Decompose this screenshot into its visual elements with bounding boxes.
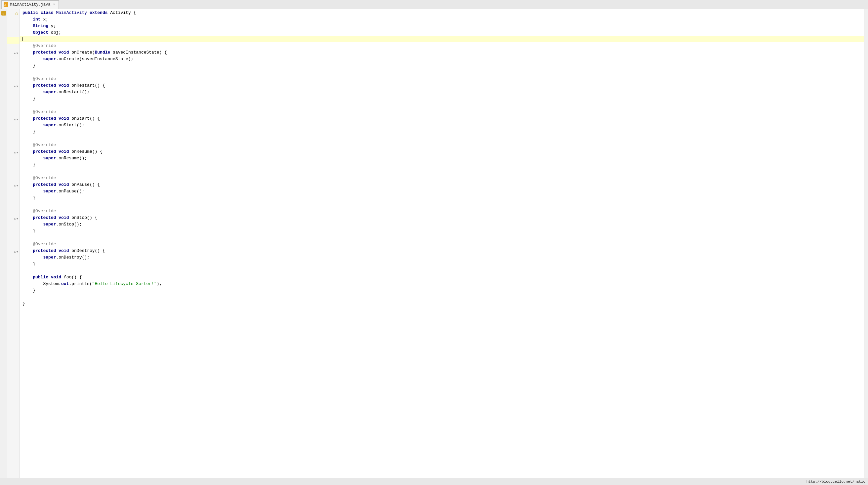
code-line-3: String y; xyxy=(20,23,864,29)
sidebar-icon-1[interactable]: ☆ xyxy=(1,10,6,16)
gutter-row-3 xyxy=(7,24,20,30)
gutter-row-37: ▲ ▼ xyxy=(7,249,20,255)
annotation-override-5: @Override xyxy=(33,175,56,181)
keyword-public-foo: public xyxy=(33,275,48,280)
java-file-icon: J xyxy=(4,2,8,7)
keyword-super-4: super xyxy=(43,156,56,161)
gutter-row-22: ▲ ▼ xyxy=(7,150,20,156)
gutter-row-27: ▲ ▼ xyxy=(7,183,20,189)
keyword-protected-2: protected xyxy=(33,83,56,88)
code-line-5 xyxy=(20,36,864,42)
gutter-up-arrow-32[interactable]: ▲ xyxy=(14,217,16,221)
keyword-public: public xyxy=(23,10,38,15)
code-line-35 xyxy=(20,234,864,241)
classname-mainactivity: MainActivity xyxy=(56,10,87,15)
code-editor[interactable]: public class MainActivity extends Activi… xyxy=(20,9,864,478)
bookmark-icon: ☆ xyxy=(1,11,6,15)
gutter-row-11 xyxy=(7,77,20,83)
annotation-override-4: @Override xyxy=(33,142,56,148)
keyword-out: out xyxy=(61,281,69,286)
keyword-int: int xyxy=(33,17,40,22)
keyword-super-5: super xyxy=(43,189,56,194)
annotation-override-7: @Override xyxy=(33,242,56,247)
code-line-7: protected void onCreate( Bundle savedIns… xyxy=(20,49,864,56)
tab-close-button[interactable]: × xyxy=(52,3,56,7)
gutter-row-18 xyxy=(7,123,20,130)
code-line-8: super .onCreate(savedInstanceState); xyxy=(20,56,864,62)
gutter-down-arrow-17[interactable]: ▼ xyxy=(17,118,18,121)
gutter-row-8 xyxy=(7,57,20,63)
code-line-12: protected void onRestart() { xyxy=(20,82,864,89)
right-scrollbar[interactable] xyxy=(864,9,868,478)
code-line-4: Object obj; xyxy=(20,29,864,36)
gutter-row-14 xyxy=(7,97,20,103)
gutter-row-12: ▲ ▼ xyxy=(7,83,20,90)
code-line-42: System. out .println( "Hello Lifecycle S… xyxy=(20,280,864,287)
code-line-19: } xyxy=(20,128,864,135)
code-line-36: @Override xyxy=(20,241,864,247)
svg-text:☆: ☆ xyxy=(2,12,4,15)
gutter-row-9 xyxy=(7,63,20,70)
gutter-up-arrow-22[interactable]: ▲ xyxy=(14,151,16,154)
keyword-protected-3: protected xyxy=(33,116,56,121)
file-tab[interactable]: J MainActivity.java × xyxy=(1,0,59,9)
keyword-void-foo: void xyxy=(51,275,61,280)
gutter-row-15 xyxy=(7,103,20,110)
gutter-row-31 xyxy=(7,209,20,216)
keyword-super-6: super xyxy=(43,222,56,227)
string-hello: "Hello Lifecycle Sorter!" xyxy=(92,281,157,286)
keyword-super-3: super xyxy=(43,123,56,128)
keyword-void-2: void xyxy=(59,83,69,88)
code-line-45: } xyxy=(20,300,864,307)
param-bundle: Bundle xyxy=(95,50,110,55)
gutter-down-arrow-12[interactable]: ▼ xyxy=(17,85,18,88)
gutter-row-2 xyxy=(7,17,20,24)
gutter-down-arrow-22[interactable]: ▼ xyxy=(17,151,18,154)
code-line-23: super .onResume(); xyxy=(20,155,864,161)
code-line-41: public void foo() { xyxy=(20,274,864,280)
gutter-row-5 xyxy=(7,37,20,44)
gutter-up-arrow-37[interactable]: ▲ xyxy=(14,250,16,254)
keyword-class: class xyxy=(41,10,54,15)
gutter-row-10 xyxy=(7,70,20,77)
code-line-22: protected void onResume() { xyxy=(20,148,864,155)
gutter-up-arrow-7[interactable]: ▲ xyxy=(14,52,16,55)
keyword-super-2: super xyxy=(43,90,56,95)
tab-label: MainActivity.java xyxy=(10,2,50,7)
keyword-void-4: void xyxy=(59,149,69,154)
keyword-protected-4: protected xyxy=(33,149,56,154)
code-line-13: super .onRestart(); xyxy=(20,89,864,95)
gutter-down-arrow-7[interactable]: ▼ xyxy=(17,52,18,55)
code-line-6: @Override xyxy=(20,42,864,49)
gutter-icon-1[interactable]: ⬡ xyxy=(15,12,18,16)
gutter-up-arrow-12[interactable]: ▲ xyxy=(14,85,16,88)
gutter-down-arrow-37[interactable]: ▼ xyxy=(17,250,18,254)
code-line-26: @Override xyxy=(20,174,864,181)
gutter-up-arrow-17[interactable]: ▲ xyxy=(14,118,16,121)
status-bar: http://blog.cello.net/natic xyxy=(0,478,868,485)
gutter-down-arrow-27[interactable]: ▼ xyxy=(17,184,18,188)
keyword-protected-6: protected xyxy=(33,215,56,220)
code-line-27: protected void onPause() { xyxy=(20,181,864,188)
keyword-string: String xyxy=(33,24,48,28)
gutter-row-36 xyxy=(7,242,20,249)
annotation-override-6: @Override xyxy=(33,208,56,214)
code-line-24: } xyxy=(20,161,864,168)
gutter-row-25 xyxy=(7,169,20,176)
gutter-row-34 xyxy=(7,229,20,235)
code-line-33: super .onStop(); xyxy=(20,221,864,227)
keyword-object: Object xyxy=(33,30,48,35)
keyword-void-7: void xyxy=(59,248,69,253)
gutter-row-19 xyxy=(7,130,20,136)
gutter-row-33 xyxy=(7,222,20,229)
svg-text:J: J xyxy=(4,4,6,7)
gutter-row-17: ▲ ▼ xyxy=(7,117,20,123)
gutter-up-arrow-27[interactable]: ▲ xyxy=(14,184,16,188)
gutter-row-30 xyxy=(7,202,20,209)
status-url: http://blog.cello.net/natic xyxy=(806,480,865,484)
gutter-row-26 xyxy=(7,176,20,183)
code-line-11: @Override xyxy=(20,75,864,82)
gutter-down-arrow-32[interactable]: ▼ xyxy=(17,217,18,221)
code-line-38: super .onDestroy(); xyxy=(20,254,864,260)
gutter-row-28 xyxy=(7,189,20,196)
